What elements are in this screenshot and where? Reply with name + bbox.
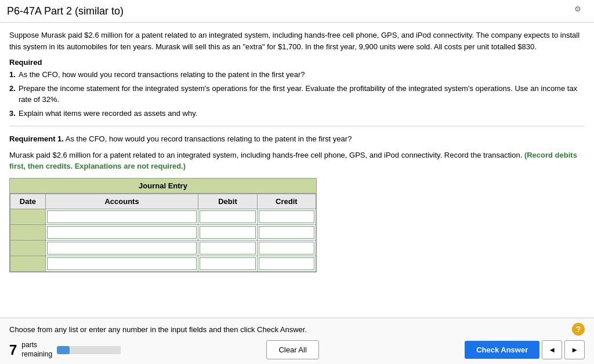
divider xyxy=(9,126,585,126)
req1-desc: As the CFO, how would you record transac… xyxy=(66,134,352,143)
req2-num: 2. xyxy=(9,83,16,94)
table-row xyxy=(10,224,316,240)
accounts-cell-4 xyxy=(45,256,198,271)
gear-icon[interactable]: ⚙ xyxy=(574,5,587,17)
date-cell-3 xyxy=(10,240,46,256)
table-row xyxy=(10,209,316,224)
req1-heading: Requirement 1. xyxy=(9,134,64,143)
table-row xyxy=(10,240,316,256)
accounts-cell-2 xyxy=(45,224,198,240)
progress-bar xyxy=(57,346,121,354)
parts-remaining: 7 parts remaining xyxy=(9,341,121,359)
bottom-instruction-text: Choose from any list or enter any number… xyxy=(9,325,307,334)
col-credit: Credit xyxy=(257,194,316,209)
check-answer-button[interactable]: Check Answer xyxy=(465,341,539,359)
clear-all-button[interactable]: Clear All xyxy=(266,340,318,359)
debit-cell-1 xyxy=(198,209,257,224)
req3-text: Explain what items were recorded as asse… xyxy=(19,109,197,118)
credit-input-3[interactable] xyxy=(259,242,314,254)
req3-num: 3. xyxy=(9,108,16,119)
parts-label-line2: remaining xyxy=(21,350,52,359)
credit-input-4[interactable] xyxy=(259,257,314,270)
header: P6-47A Part 2 (similar to) ⚙ xyxy=(0,0,594,23)
debit-cell-4 xyxy=(198,256,257,271)
req1-text: As the CFO, how would you record transac… xyxy=(19,70,305,79)
parts-label-line1: parts xyxy=(21,341,52,350)
credit-input-2[interactable] xyxy=(259,226,314,239)
requirement-3: 3. Explain what items were recorded as a… xyxy=(9,108,585,119)
col-debit: Debit xyxy=(198,194,257,209)
bottom-controls: 7 parts remaining Clear All Check Answer… xyxy=(9,340,585,359)
prev-button[interactable]: ◄ xyxy=(542,340,562,359)
accounts-input-1[interactable] xyxy=(47,210,197,223)
parts-number: 7 xyxy=(9,343,17,357)
requirement-2: 2. Prepare the income statement for the … xyxy=(9,83,585,105)
accounts-input-4[interactable] xyxy=(47,257,197,270)
req2-text: Prepare the income statement for the int… xyxy=(19,84,577,104)
debit-cell-3 xyxy=(198,240,257,256)
credit-cell-2 xyxy=(257,224,316,240)
debit-input-2[interactable] xyxy=(200,226,255,239)
col-date: Date xyxy=(10,194,46,209)
accounts-input-2[interactable] xyxy=(47,226,197,239)
debit-input-3[interactable] xyxy=(200,242,255,254)
requirement-1: 1. As the CFO, how would you record tran… xyxy=(9,69,585,81)
journal-table: Date Accounts Debit Credit xyxy=(10,194,316,272)
requirements-list: 1. As the CFO, how would you record tran… xyxy=(9,69,585,119)
accounts-cell-3 xyxy=(45,240,198,256)
req1-num: 1. xyxy=(9,69,16,81)
accounts-cell-1 xyxy=(45,209,198,224)
credit-cell-1 xyxy=(257,209,316,224)
table-row xyxy=(10,256,316,271)
credit-cell-3 xyxy=(257,240,316,256)
instruction-main: Murask paid $2.6 million for a patent re… xyxy=(9,151,522,159)
parts-label: parts remaining xyxy=(21,341,52,359)
right-buttons: Check Answer ◄ ► xyxy=(465,340,585,359)
content-area: Suppose Murask paid $2.6 million for a p… xyxy=(0,23,594,318)
problem-intro: Suppose Murask paid $2.6 million for a p… xyxy=(9,30,585,52)
req1-title: Requirement 1. As the CFO, how would you… xyxy=(9,133,585,145)
debit-input-1[interactable] xyxy=(200,210,255,223)
page-title: P6-47A Part 2 (similar to) xyxy=(7,5,124,17)
date-cell-2 xyxy=(10,224,46,240)
table-header-row: Date Accounts Debit Credit xyxy=(10,194,316,209)
col-accounts: Accounts xyxy=(45,194,198,209)
debit-input-4[interactable] xyxy=(200,257,255,270)
accounts-input-3[interactable] xyxy=(47,242,197,254)
bottom-instruction-row: Choose from any list or enter any number… xyxy=(9,323,585,336)
date-cell-1 xyxy=(10,209,46,224)
journal-entry-table: Journal Entry Date Accounts Debit Credit xyxy=(9,178,317,272)
bottom-bar: Choose from any list or enter any number… xyxy=(0,318,594,364)
journal-entry-title: Journal Entry xyxy=(10,179,316,194)
instruction-text: Murask paid $2.6 million for a patent re… xyxy=(9,150,585,172)
center-buttons: Clear All xyxy=(266,340,318,359)
progress-bar-fill xyxy=(57,346,70,354)
credit-cell-4 xyxy=(257,256,316,271)
credit-input-1[interactable] xyxy=(259,210,314,223)
debit-cell-2 xyxy=(198,224,257,240)
help-icon[interactable]: ? xyxy=(572,323,585,336)
date-cell-4 xyxy=(10,256,46,271)
required-label: Required xyxy=(9,58,585,67)
next-button[interactable]: ► xyxy=(564,340,585,359)
